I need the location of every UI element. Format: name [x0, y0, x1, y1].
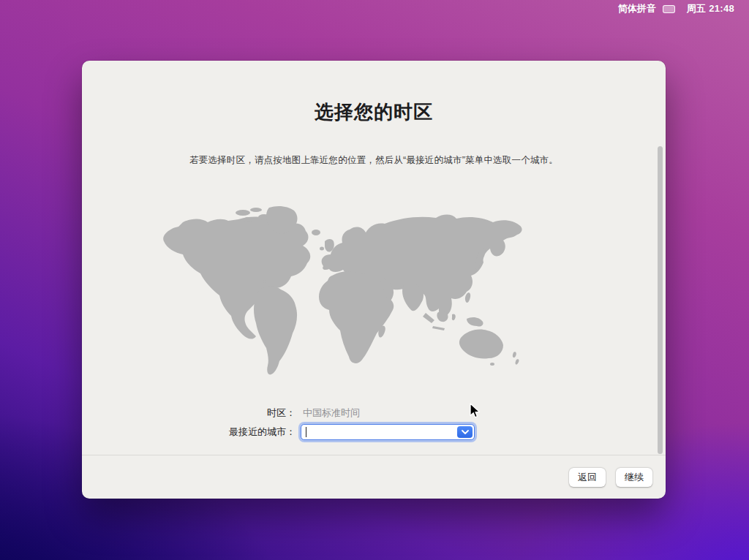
timezone-value: 中国标准时间 [303, 406, 360, 420]
closest-city-row: 最接近的城市： [82, 423, 666, 441]
page-title: 选择您的时区 [82, 99, 666, 125]
closest-city-combobox[interactable] [301, 424, 475, 440]
input-method-label: 简体拼音 [618, 2, 656, 15]
world-map-image [154, 203, 581, 377]
text-caret [306, 427, 306, 437]
timezone-row: 时区： 中国标准时间 [82, 404, 666, 422]
menubar-clock[interactable]: 周五 21:48 [687, 2, 734, 15]
chevron-down-icon [462, 430, 469, 434]
closest-city-input[interactable] [301, 425, 457, 439]
closest-city-dropdown-button[interactable] [457, 426, 473, 438]
timezone-label: 时区： [82, 406, 296, 420]
desktop: 简体拼音 周五 21:48 选择您的时区 若要选择时区，请点按地图上靠近您的位置… [0, 0, 749, 560]
dialog-footer: 返回 继续 [82, 455, 666, 499]
world-map[interactable] [154, 203, 581, 377]
input-method-status[interactable]: 简体拼音 [618, 2, 675, 15]
scrollbar-thumb[interactable] [658, 146, 663, 454]
continue-button[interactable]: 继续 [616, 468, 652, 487]
timezone-setup-dialog: 选择您的时区 若要选择时区，请点按地图上靠近您的位置，然后从“最接近的城市”菜单… [82, 61, 666, 499]
keyboard-icon [663, 5, 675, 13]
instructions-text: 若要选择时区，请点按地图上靠近您的位置，然后从“最接近的城市”菜单中选取一个城市… [82, 154, 666, 167]
timezone-form: 时区： 中国标准时间 最接近的城市： [82, 404, 666, 442]
back-button[interactable]: 返回 [569, 468, 606, 487]
menubar: 简体拼音 周五 21:48 [0, 0, 749, 18]
closest-city-label: 最接近的城市： [82, 425, 296, 439]
